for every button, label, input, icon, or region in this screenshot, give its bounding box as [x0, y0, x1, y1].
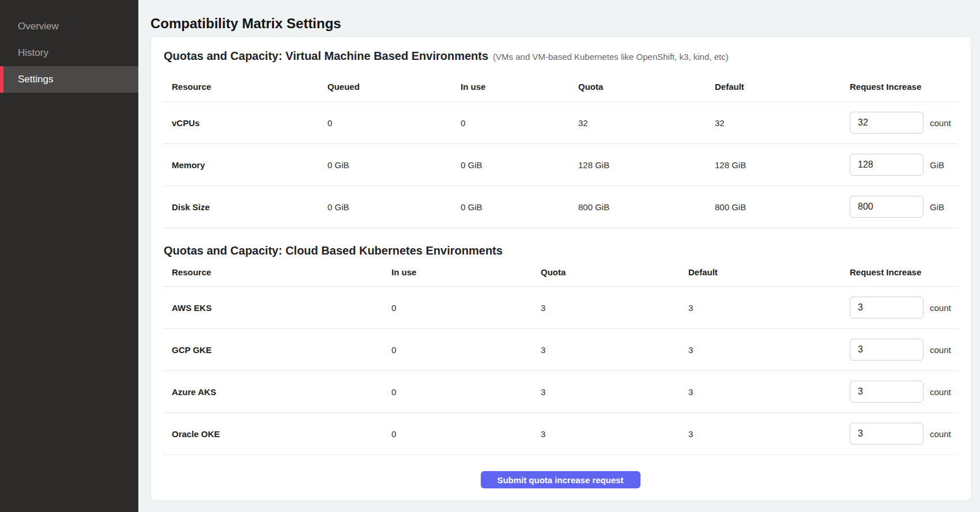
- main-content: Compatibility Matrix Settings Quotas and…: [138, 0, 980, 512]
- column-header-in-use: In use: [461, 82, 578, 92]
- request-increase-cell: GiB: [850, 196, 958, 218]
- cell-in-use: 0 GiB: [461, 202, 578, 212]
- request-increase-cell: count: [850, 297, 958, 318]
- column-header-resource: Resource: [172, 267, 391, 277]
- sidebar-item-overview[interactable]: Overview: [0, 13, 138, 40]
- cloud-section-heading-row: Quotas and Capacity: Cloud Based Kuberne…: [164, 244, 958, 258]
- vm-section-heading-row: Quotas and Capacity: Virtual Machine Bas…: [164, 49, 958, 63]
- cell-default: 3: [688, 429, 850, 439]
- request-increase-input[interactable]: [850, 423, 924, 445]
- table-row: Disk Size0 GiB0 GiB800 GiB800 GiBGiB: [163, 186, 958, 228]
- cell-in-use: 0: [391, 303, 541, 313]
- resource-name: AWS EKS: [172, 303, 391, 313]
- column-header-request-increase: Request Increase: [850, 267, 958, 277]
- cell-default: 32: [715, 118, 850, 128]
- cell-in-use: 0: [461, 118, 578, 128]
- table-row: Memory0 GiB0 GiB128 GiB128 GiBGiB: [163, 144, 958, 186]
- table-row: Azure AKS033count: [163, 371, 958, 413]
- request-increase-input[interactable]: [850, 297, 924, 318]
- cell-default: 128 GiB: [715, 160, 850, 170]
- cell-default: 3: [688, 345, 850, 355]
- page-title: Compatibility Matrix Settings: [150, 15, 971, 32]
- column-header-queued: Queued: [327, 82, 461, 92]
- cloud-quotas-section: Quotas and Capacity: Cloud Based Kuberne…: [163, 244, 958, 455]
- submit-row: Submit quota increase request: [163, 471, 958, 488]
- vm-table-header: Resource Queued In use Quota Default Req…: [163, 63, 958, 102]
- cell-queued: 0 GiB: [327, 160, 461, 170]
- request-increase-cell: count: [850, 423, 958, 445]
- cell-default: 800 GiB: [715, 202, 850, 212]
- cell-default: 3: [688, 303, 850, 313]
- unit-label: count: [930, 387, 951, 397]
- cell-in-use: 0: [391, 387, 541, 397]
- sidebar-item-label: History: [18, 47, 48, 59]
- column-header-resource: Resource: [172, 82, 327, 92]
- table-row: GCP GKE033count: [163, 329, 958, 371]
- request-increase-input[interactable]: [850, 154, 924, 176]
- unit-label: count: [930, 118, 951, 128]
- request-increase-cell: count: [850, 112, 958, 134]
- column-header-quota: Quota: [578, 82, 715, 92]
- resource-name: vCPUs: [172, 118, 327, 128]
- resource-name: Disk Size: [172, 202, 327, 212]
- cell-quota: 3: [541, 345, 688, 355]
- cloud-table-body: AWS EKS033countGCP GKE033countAzure AKS0…: [163, 287, 958, 455]
- vm-quotas-section: Quotas and Capacity: Virtual Machine Bas…: [163, 49, 958, 228]
- cell-quota: 3: [541, 429, 688, 439]
- cell-in-use: 0 GiB: [461, 160, 578, 170]
- resource-name: Memory: [172, 160, 327, 170]
- sidebar-item-settings[interactable]: Settings: [0, 66, 138, 93]
- section-heading: Quotas and Capacity: Virtual Machine Bas…: [164, 49, 488, 63]
- cell-quota: 128 GiB: [578, 160, 715, 170]
- cell-queued: 0: [327, 118, 461, 128]
- cell-in-use: 0: [391, 345, 541, 355]
- section-subtitle: (VMs and VM-based Kubernetes like OpenSh…: [493, 52, 729, 62]
- table-row: AWS EKS033count: [163, 287, 958, 329]
- table-row: vCPUs003232count: [163, 102, 958, 144]
- cell-quota: 3: [541, 387, 688, 397]
- settings-card: Quotas and Capacity: Virtual Machine Bas…: [150, 36, 971, 501]
- column-header-request-increase: Request Increase: [850, 82, 958, 92]
- table-row: Oracle OKE033count: [163, 413, 958, 455]
- request-increase-input[interactable]: [850, 339, 924, 361]
- active-indicator: [0, 66, 3, 93]
- cell-in-use: 0: [391, 429, 541, 439]
- cloud-table-header: Resource In use Quota Default Request In…: [163, 258, 958, 287]
- request-increase-cell: count: [850, 339, 958, 361]
- cell-quota: 32: [578, 118, 715, 128]
- request-increase-input[interactable]: [850, 196, 924, 218]
- submit-quota-increase-button[interactable]: Submit quota increase request: [481, 471, 640, 488]
- request-increase-input[interactable]: [850, 112, 924, 134]
- sidebar: Overview History Settings: [0, 0, 138, 512]
- cell-quota: 800 GiB: [578, 202, 715, 212]
- sidebar-item-history[interactable]: History: [0, 40, 138, 66]
- resource-name: Azure AKS: [172, 387, 391, 397]
- unit-label: GiB: [930, 202, 944, 212]
- column-header-in-use: In use: [391, 267, 541, 277]
- app-window: Overview History Settings Compatibility …: [0, 0, 980, 512]
- resource-name: Oracle OKE: [172, 429, 391, 439]
- unit-label: GiB: [930, 160, 944, 170]
- sidebar-item-label: Settings: [18, 74, 53, 85]
- request-increase-cell: count: [850, 381, 958, 403]
- cell-quota: 3: [541, 303, 688, 313]
- vm-table-body: vCPUs003232countMemory0 GiB0 GiB128 GiB1…: [163, 102, 958, 228]
- section-heading: Quotas and Capacity: Cloud Based Kuberne…: [164, 244, 503, 258]
- unit-label: count: [930, 429, 951, 439]
- request-increase-cell: GiB: [850, 154, 958, 176]
- sidebar-item-label: Overview: [18, 21, 59, 32]
- resource-name: GCP GKE: [172, 345, 391, 355]
- cell-default: 3: [688, 387, 850, 397]
- column-header-default: Default: [715, 82, 850, 92]
- unit-label: count: [930, 345, 951, 355]
- request-increase-input[interactable]: [850, 381, 924, 403]
- column-header-default: Default: [688, 267, 850, 277]
- cell-queued: 0 GiB: [327, 202, 461, 212]
- unit-label: count: [930, 303, 951, 313]
- column-header-quota: Quota: [541, 267, 688, 277]
